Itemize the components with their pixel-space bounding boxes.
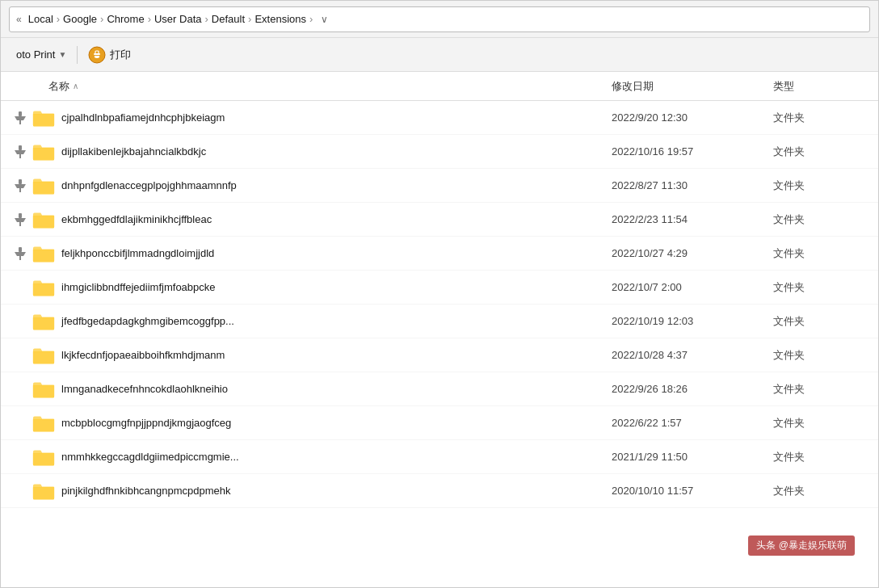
- svg-marker-4: [15, 116, 26, 120]
- file-name: cjpalhdlnbpafiamejdnhcphjbkeiagm: [61, 111, 612, 124]
- svg-rect-3: [19, 111, 22, 116]
- file-date: 2020/10/10 11:57: [612, 485, 773, 497]
- folder-icon: [32, 380, 55, 399]
- column-name-header[interactable]: 名称 ∧: [45, 79, 612, 94]
- file-type: 文件夹: [773, 212, 878, 227]
- breadcrumb-google[interactable]: Google: [63, 13, 97, 25]
- table-row[interactable]: ekbmhggedfdlajikminikhcjffbleac2022/2/23…: [1, 203, 878, 237]
- file-date: 2022/10/28 4:37: [612, 349, 773, 361]
- file-name: lkjkfecdnfjopaeaibboihfkmhdjmanm: [61, 349, 612, 361]
- back-chevron-icon: «: [16, 14, 22, 25]
- pin-icon: [13, 212, 27, 227]
- file-type: 文件夹: [773, 382, 878, 397]
- table-row[interactable]: lmnganadkecefnhncokdlaohlkneihio2022/9/2…: [1, 372, 878, 406]
- table-row[interactable]: cjpalhdlnbpafiamejdnhcphjbkeiagm2022/9/2…: [1, 101, 878, 135]
- table-row[interactable]: pinjkilghdfhnkibhcangnpmcpdpmehk2020/10/…: [1, 474, 878, 508]
- svg-rect-12: [19, 213, 22, 218]
- pin-icon: [13, 178, 27, 193]
- svg-rect-6: [19, 145, 22, 150]
- breadcrumb-userdata[interactable]: User Data: [154, 13, 202, 25]
- svg-marker-13: [15, 218, 26, 222]
- svg-rect-11: [19, 188, 21, 192]
- file-explorer-window: « Local › Google › Chrome › User Data › …: [0, 0, 879, 588]
- table-row[interactable]: feljkhponccbifjlmmadngdloimjjdld2022/10/…: [1, 237, 878, 271]
- col-type-label: 类型: [773, 79, 794, 94]
- pin-icon: [13, 280, 27, 295]
- file-type: 文件夹: [773, 111, 878, 125]
- breadcrumb-extensions[interactable]: Extensions: [254, 13, 306, 25]
- column-type-header[interactable]: 类型: [773, 79, 878, 94]
- svg-rect-17: [19, 256, 21, 260]
- print-label: 打印: [110, 48, 131, 62]
- file-date: 2022/10/7 2:00: [612, 281, 773, 293]
- table-row[interactable]: jfedfbgedapdagkghmgibemcoggfpp...2022/10…: [1, 304, 878, 338]
- file-name: ekbmhggedfdlajikminikhcjffbleac: [61, 213, 612, 225]
- breadcrumb-sep-6: ›: [309, 13, 313, 25]
- pin-icon: [13, 145, 27, 159]
- table-row[interactable]: mcbpblocgmgfnpjjppndjkmgjaogfceg2022/6/2…: [1, 406, 878, 440]
- toolbar-separator: [77, 46, 78, 64]
- breadcrumb-sep-3: ›: [148, 13, 151, 25]
- folder-icon: [32, 176, 55, 195]
- file-list: cjpalhdlnbpafiamejdnhcphjbkeiagm2022/9/2…: [1, 101, 878, 587]
- folder-icon: [32, 346, 55, 365]
- address-dropdown-icon[interactable]: ∨: [321, 14, 328, 25]
- table-row[interactable]: dijpllakibenlejkbajahncialkbdkjc2022/10/…: [1, 135, 878, 169]
- file-name: dnhpnfgdlenaccegplpojghhmaamnnfp: [61, 179, 612, 191]
- file-type: 文件夹: [773, 348, 878, 363]
- table-row[interactable]: nmmhkkegccagdldgiimedpiccmgmie...2021/1/…: [1, 440, 878, 474]
- file-type: 文件夹: [773, 145, 878, 159]
- file-date: 2022/8/27 11:30: [612, 179, 773, 191]
- file-date: 2022/2/23 11:54: [612, 213, 773, 225]
- folder-icon: [32, 414, 55, 433]
- breadcrumb-local[interactable]: Local: [28, 13, 53, 25]
- breadcrumb-sep-2: ›: [100, 13, 103, 25]
- file-name: mcbpblocgmgfnpjjppndjkmgjaogfceg: [61, 417, 612, 429]
- table-row[interactable]: ihmgiclibbndffejediimfjmfoabpcke2022/10/…: [1, 271, 878, 304]
- svg-marker-7: [15, 150, 26, 154]
- print-button[interactable]: 打印: [81, 42, 138, 68]
- breadcrumb-default[interactable]: Default: [212, 13, 245, 25]
- folder-icon: [32, 278, 55, 297]
- col-name-label: 名称: [48, 79, 69, 94]
- app-name-button[interactable]: oto Print ▼: [9, 44, 74, 65]
- svg-rect-9: [19, 179, 22, 184]
- file-date: 2022/10/16 19:57: [612, 145, 773, 158]
- print-svg-icon: [88, 46, 106, 64]
- svg-rect-15: [19, 247, 22, 252]
- file-date: 2022/9/26 18:26: [612, 383, 773, 395]
- column-date-header[interactable]: 修改日期: [612, 79, 773, 94]
- column-headers: 名称 ∧ 修改日期 类型: [1, 72, 878, 101]
- file-type: 文件夹: [773, 314, 878, 329]
- app-dropdown-icon: ▼: [58, 50, 66, 59]
- file-type: 文件夹: [773, 484, 878, 498]
- file-date: 2022/6/22 1:57: [612, 417, 773, 429]
- pin-icon: [13, 314, 27, 329]
- file-type: 文件夹: [773, 280, 878, 295]
- address-bar: « Local › Google › Chrome › User Data › …: [1, 1, 878, 38]
- toolbar: oto Print ▼ 打印: [1, 38, 878, 72]
- app-name-label: oto Print: [16, 48, 55, 61]
- folder-icon: [32, 447, 55, 467]
- breadcrumb-sep-5: ›: [248, 13, 251, 25]
- file-name: lmnganadkecefnhncokdlaohlkneihio: [61, 383, 612, 395]
- svg-rect-14: [19, 222, 21, 226]
- file-type: 文件夹: [773, 416, 878, 430]
- svg-marker-10: [15, 184, 26, 188]
- breadcrumb-chrome[interactable]: Chrome: [107, 13, 144, 25]
- pin-icon: [13, 382, 27, 397]
- table-row[interactable]: dnhpnfgdlenaccegplpojghhmaamnnfp2022/8/2…: [1, 169, 878, 203]
- pin-icon: [13, 484, 27, 498]
- folder-icon: [32, 142, 55, 162]
- pin-icon: [13, 416, 27, 430]
- breadcrumb[interactable]: « Local › Google › Chrome › User Data › …: [9, 6, 870, 32]
- file-name: ihmgiclibbndffejediimfjmfoabpcke: [61, 281, 612, 293]
- file-date: 2022/10/27 4:29: [612, 247, 773, 259]
- table-row[interactable]: lkjkfecdnfjopaeaibboihfkmhdjmanm2022/10/…: [1, 338, 878, 372]
- col-name-sort-icon: ∧: [73, 82, 78, 90]
- breadcrumb-sep-1: ›: [57, 13, 60, 25]
- folder-icon: [32, 312, 55, 331]
- file-date: 2022/9/20 12:30: [612, 111, 773, 124]
- file-name: dijpllakibenlejkbajahncialkbdkjc: [61, 145, 612, 158]
- file-date: 2021/1/29 11:50: [612, 451, 773, 463]
